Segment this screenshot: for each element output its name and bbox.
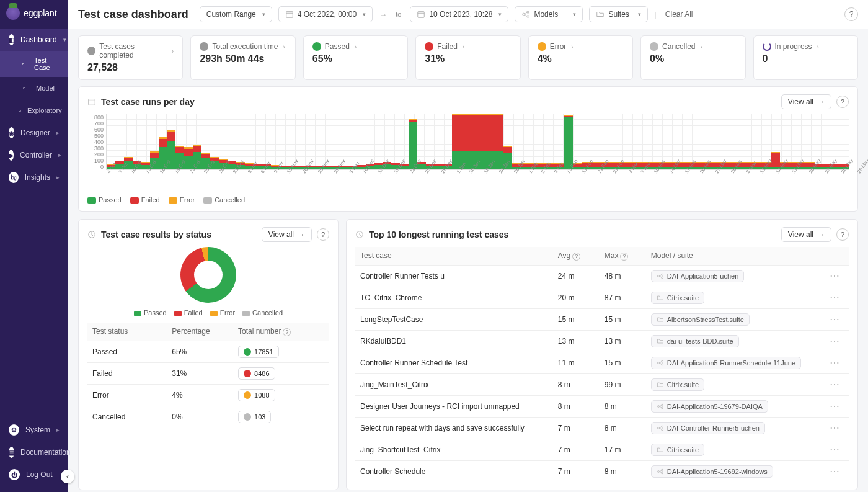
svg-rect-1 [418,12,425,18]
suite-chip[interactable]: Citrix.suite [651,378,704,391]
suite-chip[interactable]: Citrix.suite [651,292,704,304]
chevron-down-icon: ▾ [262,11,265,17]
nav-item-model[interactable]: ▫Model [0,77,68,99]
row-menu-button[interactable]: ⋯ [825,465,844,477]
suite-chip[interactable]: DAI-Application5-uchen [651,270,745,282]
chart-bar [271,114,280,169]
chart-bar [538,114,547,169]
error-icon [538,42,546,51]
nav-item-controller[interactable]: ▶Controller▸ [0,144,68,166]
row-menu-button[interactable]: ⋯ [825,357,844,369]
cell-status: Error [92,391,172,400]
suite-chip[interactable]: dai-ui-tests-BDD.suite [651,335,739,347]
help-icon[interactable]: ? [283,328,291,336]
row-menu-button[interactable]: ⋯ [825,292,844,303]
suite-chip[interactable]: DAI-Application5-19679-DAIQA [651,400,768,413]
help-icon[interactable]: ? [572,253,580,261]
row-menu-button[interactable]: ⋯ [825,400,844,412]
topbar: Test case dashboard Custom Range▾ 4 Oct … [68,0,868,29]
date-to-picker[interactable]: 10 Oct 2023, 10:28▾ [410,6,508,22]
col-header: Test status [92,327,172,336]
suite-chip[interactable]: DAI-Application5-RunnerSchedule-11June [651,357,801,369]
svg-point-11 [657,362,659,364]
insights-icon: ㏒ [9,172,19,183]
y-tick: 700 [87,120,104,127]
view-all-link[interactable]: View all→ [781,227,831,242]
main-area: Test case dashboard Custom Range▾ 4 Oct … [68,0,868,492]
view-all-link[interactable]: View all→ [262,227,312,242]
chevron-right-icon: › [283,43,285,50]
folder-icon [657,338,664,345]
cell-status: Passed [92,347,172,356]
svg-point-20 [657,470,659,472]
nav-item-designer[interactable]: ◉Designer▸ [0,122,68,144]
col-header: Percentage [172,327,238,336]
collapse-sidebar-button[interactable]: ‹ [61,470,74,483]
view-all-link[interactable]: View all→ [781,94,831,109]
row-menu-button[interactable]: ⋯ [825,444,844,455]
model-icon [657,424,664,432]
row-menu-button[interactable]: ⋯ [825,270,844,282]
nav-label: Model [36,84,55,92]
status-dot-icon [244,391,251,399]
table-row: TC_Citrix_Chrome20 m87 mCitrix.suite⋯ [355,287,849,308]
help-icon[interactable]: ? [620,253,628,261]
row-menu-button[interactable]: ⋯ [825,378,844,390]
suite-chip[interactable]: Citrix.suite [651,444,704,456]
suite-chip[interactable]: DAI-Application5-19692-windows [651,465,773,478]
sub-item-icon: ▫ [19,105,21,116]
svg-point-13 [661,363,663,365]
models-filter[interactable]: Models▾ [515,6,583,22]
nav-item-dashboard[interactable]: ◧Dashboard▾ [0,29,68,51]
help-button[interactable]: ? [317,228,329,241]
svg-point-3 [527,11,529,14]
legend-item: Passed [134,309,167,316]
row-menu-button[interactable]: ⋯ [825,335,844,347]
date-from-picker[interactable]: 4 Oct 2022, 00:00▾ [278,6,373,22]
stat-card-failed[interactable]: Failed›31% [415,35,520,80]
stat-card-error[interactable]: Error›4% [528,35,633,80]
help-button[interactable]: ? [844,7,858,21]
row-menu-button[interactable]: ⋯ [825,422,844,434]
status-dot-icon [244,348,251,356]
table-row: Passed65%17851 [87,341,329,362]
nav-item-insights[interactable]: ㏒Insights▸ [0,166,68,189]
model-icon [521,10,530,19]
cell-name: RKdaiuiBDD1 [360,337,558,346]
stat-card-cancelled[interactable]: Cancelled›0% [640,35,745,80]
chevron-right-icon: › [817,43,819,50]
brand-logo[interactable]: eggplant [0,0,68,26]
chevron-right-icon: ▸ [58,152,61,158]
model-icon [657,359,664,367]
stat-card-in-progress[interactable]: In progress›0 [753,35,858,80]
cell-status: Cancelled [92,413,172,421]
nav-item-test-case[interactable]: ▫Test Case [0,51,68,77]
help-button[interactable]: ? [836,96,849,108]
stat-card-total-execution-time[interactable]: Total execution time›293h 50m 44s [190,35,295,80]
table-row: RKdaiuiBDD113 m13 mdai-ui-tests-BDD.suit… [355,330,849,352]
nav-item-exploratory[interactable]: ▫Exploratory [0,99,68,122]
range-selector[interactable]: Custom Range▾ [200,6,272,22]
col-header: Max? [604,251,651,261]
clock-icon [200,42,208,51]
help-button[interactable]: ? [836,228,849,241]
stat-value: 0 [763,53,849,65]
suite-chip[interactable]: AlbertsonStressTest.suite [651,313,750,326]
table-row: Select run repeat with days and save suc… [355,417,849,439]
clock-icon [355,230,364,239]
cell-max: 15 m [604,359,651,367]
nav-item-documentation[interactable]: ▤Documentation [0,441,68,463]
stat-card-test-cases-completed[interactable]: Test cases completed›27,528 [78,35,183,80]
nav-label: Insights [25,173,50,182]
chevron-right-icon: ▸ [56,174,60,181]
cell-name: Jing_MainTest_Citrix [360,380,558,389]
nav-item-log-out[interactable]: ⏻Log Out [0,463,68,486]
row-menu-button[interactable]: ⋯ [825,313,844,325]
clear-all-button[interactable]: Clear All [665,10,693,19]
suite-chip[interactable]: DAI-Controller-Runner5-uchen [651,422,765,434]
suites-filter[interactable]: Suites▾ [589,6,648,22]
chip-label: Citrix.suite [667,294,699,302]
nav-item-system[interactable]: ⚙System▸ [0,419,68,441]
sidebar: eggplant ◧Dashboard▾▫Test Case▫Model▫Exp… [0,0,68,492]
stat-card-passed[interactable]: Passed›65% [303,35,408,80]
